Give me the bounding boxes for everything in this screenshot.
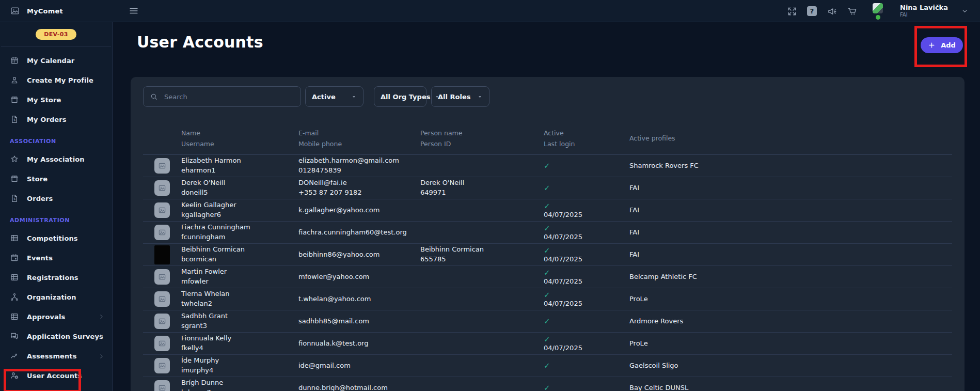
email: beibhinn86@yahoo.com [298, 250, 420, 260]
last-login-date: 04/07/2025 [544, 211, 629, 220]
user-full-name: Sadhbh Grant [181, 311, 298, 321]
sidebar-item-assessments[interactable]: Assessments [0, 346, 112, 366]
cart-icon[interactable] [847, 6, 858, 17]
user-avatar[interactable] [873, 3, 883, 20]
active-check-icon: ✓ [544, 201, 629, 211]
sidebar-item-my-association[interactable]: My Association [0, 149, 112, 169]
status-filter-select[interactable]: Active [305, 86, 363, 107]
mobile-phone: 0128475839 [298, 166, 420, 176]
sidebar-item-my-store[interactable]: My Store [0, 90, 112, 110]
sidebar-item-my-calendar[interactable]: My Calendar [0, 51, 112, 70]
table-row[interactable]: Fiachra Cunningham fcunningham fiachra.c… [143, 222, 952, 244]
column-header-name: NameUsername [181, 128, 298, 149]
role-filter-select[interactable]: All Roles [431, 86, 489, 107]
username: bdunne7 [181, 388, 298, 391]
last-login-date: 04/07/2025 [544, 255, 629, 264]
person-icon [10, 75, 19, 85]
active-check-icon: ✓ [544, 383, 629, 391]
environment-badge: DEV-03 [36, 29, 76, 40]
last-login-date: 04/07/2025 [544, 277, 629, 286]
app-logo[interactable]: MyComet [0, 6, 113, 16]
active-check-icon: ✓ [544, 268, 629, 277]
avatar [154, 202, 170, 218]
sidebar-item-user-accounts[interactable]: User Accounts [0, 366, 112, 385]
sidebar-item-approvals[interactable]: Approvals [0, 307, 112, 326]
avatar [154, 336, 170, 351]
avatar [154, 269, 170, 285]
username: eharmon1 [181, 166, 298, 176]
topbar: MyComet ? Nina Lavička FAI [0, 0, 980, 22]
person-id: 655785 [420, 255, 544, 264]
username: twhelan2 [181, 299, 298, 309]
table-row[interactable]: Fionnuala Kelly fkelly4 fionnuala.k@test… [143, 333, 952, 355]
table-icon [10, 312, 19, 321]
last-login-date: 04/07/2025 [544, 344, 629, 353]
main-content: User Accounts Add Active All Org Types A… [113, 23, 980, 391]
active-profile: Belcamp Athletic FC [629, 272, 952, 282]
chat-icon [10, 332, 19, 341]
sidebar-item-registrations[interactable]: Registrations [0, 268, 112, 287]
page-title: User Accounts [137, 33, 263, 51]
user-full-name: Keelin Gallagher [181, 200, 298, 210]
active-profile: Shamrock Rovers FC [629, 161, 952, 171]
sidebar-item-orders[interactable]: $ Orders [0, 189, 112, 208]
image-icon [10, 6, 20, 16]
table-row[interactable]: Derek O'Neill doneill5 DONeill@fai.ie +3… [143, 177, 952, 199]
avatar [154, 158, 170, 174]
filter-bar: Active All Org Types All Roles [143, 86, 952, 107]
sidebar-item-organization[interactable]: Organization [0, 287, 112, 307]
last-login-date: 04/07/2025 [544, 300, 629, 308]
user-full-name: Fionnuala Kelly [181, 334, 298, 343]
avatar [154, 291, 170, 307]
org-type-filter-select[interactable]: All Org Types [374, 86, 426, 107]
sidebar-item-application-surveys[interactable]: Application Surveys [0, 326, 112, 346]
table-row[interactable]: Brígh Dunne bdunne7 dunne.brigh@hotmail.… [143, 377, 952, 391]
sidebar-item-competitions[interactable]: Competitions [0, 228, 112, 248]
caret-down-icon [351, 94, 357, 100]
avatar [154, 225, 170, 240]
avatar [154, 180, 170, 196]
active-profile: Bay Celtic DUNSL [629, 383, 952, 391]
table-row[interactable]: Beibhinn Cormican bcormican beibhinn86@y… [143, 244, 952, 266]
sidebar-section-association: ASSOCIATION [0, 129, 112, 149]
table-row[interactable]: Elizabeth Harmon eharmon1 elizabeth.harm… [143, 155, 952, 177]
sidebar-item-my-orders[interactable]: $ My Orders [0, 110, 112, 129]
topbar-actions: ? Nina Lavička FAI [787, 0, 969, 22]
user-full-name: Brígh Dunne [181, 378, 298, 388]
active-check-icon: ✓ [544, 246, 629, 255]
svg-text:$: $ [13, 197, 15, 201]
table-row[interactable]: Íde Murphy imurphy4 ide@gmail.com ✓ Gael… [143, 355, 952, 377]
image-icon [158, 228, 166, 237]
user-full-name: Tierna Whelan [181, 289, 298, 299]
search-box[interactable] [143, 86, 301, 107]
table-row[interactable]: Martin Fowler mfowler mfowler@yahoo.com … [143, 266, 952, 288]
plus-icon [928, 41, 936, 49]
avatar [154, 380, 170, 391]
org-icon [10, 292, 19, 302]
column-header-active: ActiveLast login [544, 128, 629, 149]
help-icon[interactable]: ? [807, 6, 817, 17]
table-row[interactable]: Sadhbh Grant sgrant3 sadhbh85@mail.com ✓… [143, 310, 952, 333]
sidebar-item-create-my-profile[interactable]: Create My Profile [0, 70, 112, 90]
announcement-icon[interactable] [827, 6, 837, 17]
add-button-label: Add [941, 41, 956, 49]
table-row[interactable]: Tierna Whelan twhelan2 t.whelan@yahoo.co… [143, 288, 952, 310]
hamburger-icon[interactable] [128, 5, 139, 17]
username: fkelly4 [181, 343, 298, 353]
table-row[interactable]: Keelin Gallagher kgallagher6 k.gallagher… [143, 199, 952, 222]
fullscreen-icon[interactable] [787, 6, 797, 17]
sidebar: DEV-03 My Calendar Create My Profile My … [0, 22, 113, 391]
column-header-active-profiles: Active profiles [629, 128, 952, 144]
chevron-down-icon[interactable] [961, 7, 969, 15]
sidebar-item-store[interactable]: Store [0, 169, 112, 189]
username: fcunningham [181, 232, 298, 242]
user-menu[interactable]: Nina Lavička FAI [900, 4, 948, 19]
search-input[interactable] [163, 92, 294, 101]
sidebar-item-events[interactable]: Events [0, 248, 112, 268]
star-icon [10, 154, 19, 164]
mobile-phone: +353 87 207 9182 [298, 188, 420, 198]
add-button[interactable]: Add [921, 37, 963, 53]
active-check-icon: ✓ [544, 361, 629, 370]
email: fionnuala.k@test.org [298, 339, 420, 349]
username: kgallagher6 [181, 210, 298, 220]
